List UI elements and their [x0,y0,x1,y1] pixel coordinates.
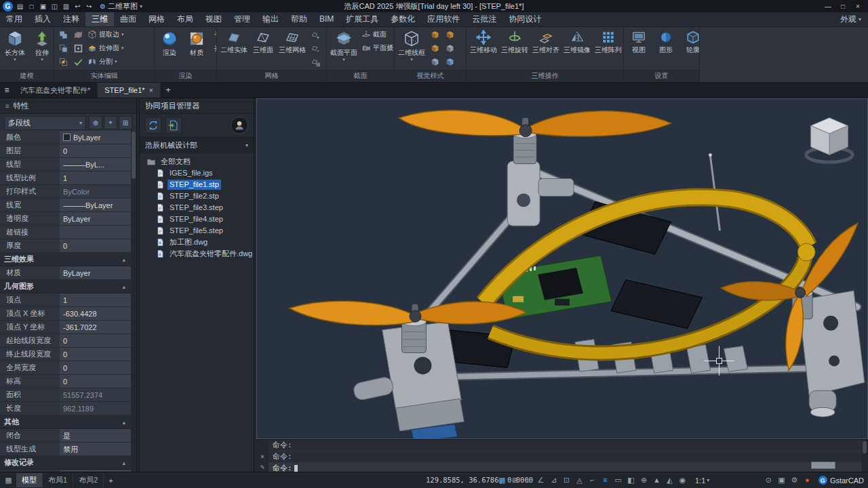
ribbon-icon-button[interactable] [427,28,442,41]
ribbon-button[interactable]: 截面 [359,28,394,41]
ribbon-button[interactable]: 轮廓 [679,28,699,69]
command-resize-grip[interactable] [811,462,835,469]
undo-icon[interactable]: ↩ [72,3,83,10]
minimize-button[interactable]: — [821,3,835,10]
user-avatar[interactable] [231,117,248,134]
ribbon-icon-button[interactable] [71,55,85,68]
property-value[interactable]: 0 [60,239,131,252]
tree-file[interactable]: IGES_file.igs [140,167,254,179]
property-value[interactable]: ———ByL... [60,158,131,171]
ribbon-button[interactable]: 拉伸面▾ [85,41,126,55]
redo-icon[interactable]: ↪ [83,3,95,10]
ribbon-icon-button[interactable] [56,55,71,68]
property-section-header[interactable]: 三维效果▴ [0,253,131,266]
ribbon-icon-button[interactable] [442,55,457,68]
clean-screen-icon[interactable]: ▣ [776,473,787,487]
property-value[interactable]: 0 [60,348,131,361]
ribbon-button[interactable]: 二维实体 [218,28,250,69]
property-value[interactable]: ByLayer [60,212,131,225]
add-layout-button[interactable]: + [104,476,117,485]
ribbon-button[interactable]: 三维镜像 [561,28,593,69]
ribbon-tab-13[interactable]: 扩展工具 [340,12,384,26]
ribbon-tab-10[interactable]: 输出 [256,12,285,26]
save-icon[interactable]: ◫ [49,3,60,10]
close-tab-icon[interactable]: × [149,86,153,94]
property-value[interactable]: 1 [60,293,131,306]
ribbon-tab-7[interactable]: 布局 [171,12,199,26]
ribbon-icon-button[interactable] [442,28,457,41]
ribbon-tab-9[interactable]: 管理 [228,12,256,26]
team-selector[interactable]: 浩辰机械设计部 ▾ [140,138,254,153]
isolate-objects-toggle[interactable]: ◉ [677,473,688,487]
ribbon-icon-button[interactable] [71,41,85,55]
appearance-menu[interactable]: 外观 ▾ [833,12,868,26]
selection-cycling-toggle[interactable]: ⊕ [638,473,650,487]
ribbon-icon-button[interactable] [210,41,216,55]
plot-icon[interactable]: ▥ [60,3,72,10]
property-section-header[interactable]: 几何图形▴ [0,280,131,293]
property-section-header[interactable]: 修改记录▴ [0,456,131,470]
close-button[interactable]: × [850,3,865,10]
transparency-toggle[interactable]: ◧ [625,473,637,487]
property-section-header[interactable]: 其他▴ [0,415,131,429]
ribbon-button[interactable]: 平面摄影 [359,41,394,55]
document-tab-1[interactable]: 汽车底盘夹钳零配件* [14,83,98,98]
ribbon-tab-2[interactable]: 插入 [28,12,57,26]
property-value[interactable]: 1 [60,171,131,184]
ribbon-tab-5[interactable]: 曲面 [114,12,142,26]
ribbon-icon-button[interactable] [427,55,442,68]
app-menu-icon[interactable]: ▤ [14,3,26,10]
file-tabs-menu-icon[interactable]: ≡ [0,83,14,98]
settings-gear-icon[interactable]: ⚙ [789,473,800,487]
property-value[interactable]: -630.4428 [60,307,131,320]
ribbon-button[interactable]: 三维对齐 [530,28,561,69]
new-tab-button[interactable]: + [161,83,176,98]
ribbon-icon-button[interactable] [308,55,323,68]
ribbon-button[interactable]: 三维移动 [468,28,499,69]
ribbon-button[interactable]: 图形 [652,28,679,69]
new-file-icon[interactable]: □ [26,3,37,10]
notification-icon[interactable]: ● [802,473,813,487]
3d-model-drone[interactable] [257,99,867,439]
close-command-icon[interactable]: × [260,453,264,460]
ribbon-tab-11[interactable]: 帮助 [285,12,313,26]
annotation-autoscale-toggle[interactable]: ◭ [664,473,675,487]
ribbon-button[interactable]: 长方体▾ [1,28,28,69]
property-value[interactable]: 0 [60,334,131,347]
workspace-selector[interactable]: ⚙ 二维草图 ▾ [96,1,146,12]
viewport[interactable] [256,98,868,439]
ribbon-icon-button[interactable] [442,41,457,55]
ribbon-icon-button[interactable] [427,41,442,55]
lineweight-toggle[interactable]: ▭ [612,473,624,487]
isodraft-toggle[interactable]: ⊿ [548,473,559,487]
restore-button[interactable]: □ [835,3,850,10]
command-scrollbar[interactable] [862,440,868,472]
open-file-icon[interactable]: ▣ [37,3,49,10]
tree-folder[interactable]: 全部文档 [140,156,254,167]
tree-file[interactable]: STEP_file2.stp [140,190,254,202]
ribbon-button[interactable]: 视图 [625,28,652,69]
otrack-toggle[interactable]: ⌐ [587,473,598,487]
ribbon-icon-button[interactable] [56,28,71,41]
layout-tab-1[interactable]: 模型 [16,473,43,487]
ribbon-tab-14[interactable]: 参数化 [384,12,421,26]
ribbon-button[interactable]: 分割▾ [85,55,126,68]
annotation-monitor-icon[interactable]: ⊙ [763,473,774,487]
ribbon-icon-button[interactable] [71,28,85,41]
property-value[interactable]: ———ByLayer [60,199,131,211]
ribbon-button[interactable]: 拉伸▾ [28,28,54,69]
snap-toggle[interactable]: ⊞ [509,473,521,487]
property-value[interactable]: ByLayer [60,266,131,279]
ribbon-button[interactable]: 三维阵列 [593,28,623,69]
ribbon-tab-12[interactable]: BIM [313,12,340,26]
tree-file[interactable]: STEP_file1.stp [140,179,254,190]
polar-toggle[interactable]: ∠ [535,473,547,487]
annotation-visibility-toggle[interactable]: ▲ [651,473,663,487]
osnap-toggle[interactable]: ⊡ [561,473,572,487]
annotation-scale-button[interactable]: 1:1 ▾ [695,476,709,485]
property-value[interactable]: ByLayer [60,131,131,144]
property-value[interactable] [60,226,131,239]
property-value[interactable]: 是 [60,429,131,442]
import-file-icon[interactable] [165,117,182,134]
pick-add-icon[interactable]: ⊕ [89,116,102,129]
